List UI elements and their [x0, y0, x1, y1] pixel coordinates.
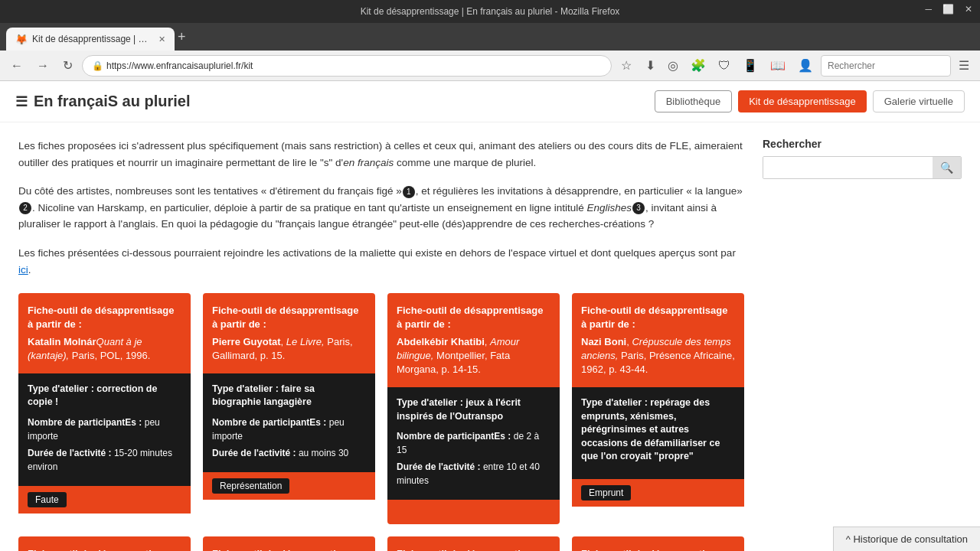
card-6-header: Fiche-outil de désapprentisage à partir …: [203, 536, 375, 551]
intro-paragraph2: Du côté des artistes, nombreuses sont le…: [18, 183, 744, 233]
hamburger-icon[interactable]: ☰: [15, 93, 28, 110]
site-nav: Bibliothèque Kit de désapprentissage Gal…: [655, 90, 965, 112]
card-3-footer: [387, 500, 560, 524]
responsive-button[interactable]: 📱: [738, 55, 763, 76]
card-4-type: Type d'atelier : repérage des emprunts, …: [581, 396, 735, 464]
intro-paragraph1: Les fiches proposées ici s'adressent plu…: [18, 138, 744, 171]
menu-button[interactable]: ☰: [954, 55, 974, 76]
card-2-type: Type d'atelier : faire sa biographie lan…: [212, 383, 366, 409]
card-8[interactable]: Fiche-outil de désapprentisage à partir …: [572, 536, 744, 551]
address-bar[interactable]: 🔒 https://www.enfrancaisaupluriel.fr/kit: [82, 55, 612, 77]
card-4[interactable]: Fiche-outil de désapprentisage à partir …: [572, 293, 744, 524]
history-bar-label: ^ Historique de consultation: [846, 533, 968, 545]
card-5-title: Fiche-outil de désapprentisage à partir …: [28, 547, 181, 551]
browser-chrome: Kit de désapprentissage | En français au…: [0, 0, 980, 81]
card-4-body: Type d'atelier : repérage des emprunts, …: [572, 387, 744, 479]
site-header: ☰ En françaiS au pluriel Bibliothèque Ki…: [0, 81, 980, 122]
card-1-author-rest: Paris, POL, 1996.: [69, 350, 150, 361]
main-content: Les fiches proposées ici s'adressent plu…: [18, 138, 744, 551]
cards-grid-row2: Fiche-outil de désapprentisage à partir …: [18, 536, 744, 551]
card-3-info2: Durée de l'activité : entre 10 et 40 min…: [397, 460, 550, 487]
titlebar-icons: ─ ⬜ ✕: [925, 4, 972, 15]
sidebar-search-input[interactable]: [763, 157, 933, 178]
card-1-title: Fiche-outil de désapprentisage à partir …: [28, 304, 181, 331]
card-5-header: Fiche-outil de désapprentisage à partir …: [18, 536, 191, 551]
card-2-author: Pierre Guyotat, Le Livre, Paris, Gallima…: [212, 335, 366, 363]
refresh-button[interactable]: ↻: [58, 55, 77, 76]
card-4-tag[interactable]: Emprunt: [581, 485, 631, 500]
card-8-header: Fiche-outil de désapprentisage à partir …: [572, 536, 744, 551]
sidebar-search-label: Rechercher: [763, 138, 962, 150]
card-3-type: Type d'atelier : jeux à l'écrit inspirés…: [397, 396, 550, 423]
card-2-header: Fiche-outil de désapprentisage à partir …: [203, 293, 375, 373]
intro-p1b: comme une marque de pluriel.: [394, 157, 536, 168]
reader-button[interactable]: 📖: [766, 55, 790, 76]
card-2[interactable]: Fiche-outil de désapprentisage à partir …: [203, 293, 375, 524]
card-6[interactable]: Fiche-outil de désapprentisage à partir …: [203, 536, 375, 551]
nav-galerie[interactable]: Galerie virtuelle: [873, 90, 965, 112]
card-1-author-bold: Katalin Molnár: [28, 336, 96, 347]
card-2-info2: Durée de l'activité : au moins 30: [212, 446, 366, 460]
sidebar-search-box: 🔍: [763, 156, 962, 179]
nav-bibliotheque[interactable]: Bibliothèque: [655, 90, 733, 112]
intro-italic2: Englishes: [587, 202, 632, 214]
shield-icon[interactable]: 🛡: [714, 56, 735, 76]
tab-favicon: 🦊: [15, 34, 28, 45]
card-2-author-italic: Le Livre,: [286, 336, 325, 347]
site-title-area: ☰ En françaiS au pluriel: [15, 93, 191, 110]
download-button[interactable]: ⬇: [641, 55, 660, 76]
card-7-header: Fiche-outil de désapprentisage à partir …: [387, 536, 560, 551]
card-1-info1: Nombre de participantEs : peu importe: [28, 416, 181, 443]
card-2-body: Type d'atelier : faire sa biographie lan…: [203, 373, 375, 472]
browser-titlebar: Kit de désapprentissage | En français au…: [0, 0, 980, 23]
card-4-footer: Emprunt: [572, 479, 744, 507]
bookmark-button[interactable]: ☆: [616, 55, 636, 76]
pocket-button[interactable]: ◎: [663, 55, 683, 76]
intro-p2a: Du côté des artistes, nombreuses sont le…: [18, 185, 402, 197]
card-2-author-bold: Pierre Guyotat: [212, 336, 281, 347]
footnote-2: 2: [19, 202, 31, 214]
sidebar-search-button[interactable]: 🔍: [933, 157, 961, 178]
intro-p3b: .: [28, 264, 31, 276]
address-url: https://www.enfrancaisaupluriel.fr/kit: [106, 60, 253, 71]
card-1[interactable]: Fiche-outil de désapprentisage à partir …: [18, 293, 191, 524]
card-4-author-bold: Nazi Boni: [581, 336, 626, 347]
cards-grid-row1: Fiche-outil de désapprentisage à partir …: [18, 293, 744, 524]
card-2-title: Fiche-outil de désapprentisage à partir …: [212, 304, 366, 331]
tab-close-icon[interactable]: ✕: [158, 34, 165, 44]
card-5[interactable]: Fiche-outil de désapprentisage à partir …: [18, 536, 191, 551]
card-3[interactable]: Fiche-outil de désapprentisage à partir …: [387, 293, 560, 524]
back-button[interactable]: ←: [6, 56, 28, 76]
card-4-header: Fiche-outil de désapprentisage à partir …: [572, 293, 744, 387]
history-bar[interactable]: ^ Historique de consultation: [833, 527, 980, 551]
toolbar-right: ⬇ ◎ 🧩 🛡 📱 📖 👤 ☰: [641, 55, 974, 77]
browser-toolbar: ← → ↻ 🔒 https://www.enfrancaisaupluriel.…: [0, 51, 980, 81]
active-tab[interactable]: 🦊 Kit de désapprentissage | En ... ✕: [6, 28, 175, 51]
footnote-3: 3: [632, 202, 645, 214]
card-7-title: Fiche-outil de désapprentisage à partir …: [397, 547, 550, 551]
ici-link[interactable]: ici: [18, 264, 28, 276]
card-7[interactable]: Fiche-outil de désapprentisage à partir …: [387, 536, 560, 551]
browser-search-input[interactable]: [821, 55, 951, 77]
forward-button[interactable]: →: [32, 56, 54, 76]
card-3-title: Fiche-outil de désapprentisage à partir …: [397, 304, 550, 331]
sidebar: Rechercher 🔍: [763, 138, 962, 551]
card-2-tag[interactable]: Représentation: [212, 478, 289, 494]
content-layout: Les fiches proposées ici s'adressent plu…: [18, 138, 962, 551]
tab-label: Kit de désapprentissage | En ...: [32, 34, 151, 44]
card-1-body: Type d'atelier : correction de copie ! N…: [18, 373, 191, 486]
nav-kit[interactable]: Kit de désapprentissage: [738, 90, 866, 112]
card-2-footer: Représentation: [203, 472, 375, 500]
card-6-title: Fiche-outil de désapprentisage à partir …: [212, 547, 366, 551]
secure-icon: 🔒: [92, 60, 103, 71]
card-1-tag[interactable]: Faute: [28, 492, 67, 507]
sync-button[interactable]: 👤: [793, 55, 818, 76]
card-1-footer: Faute: [18, 486, 191, 514]
intro-p3a: Les fiches présentées ci-dessous pourrai…: [18, 247, 736, 259]
card-1-type: Type d'atelier : correction de copie !: [28, 383, 181, 409]
extensions-button[interactable]: 🧩: [686, 55, 710, 76]
card-4-title: Fiche-outil de désapprentisage à partir …: [581, 304, 735, 331]
browser-tabs: 🦊 Kit de désapprentissage | En ... ✕ +: [0, 23, 980, 51]
new-tab-button[interactable]: +: [178, 29, 186, 45]
card-3-body: Type d'atelier : jeux à l'écrit inspirés…: [387, 387, 560, 500]
